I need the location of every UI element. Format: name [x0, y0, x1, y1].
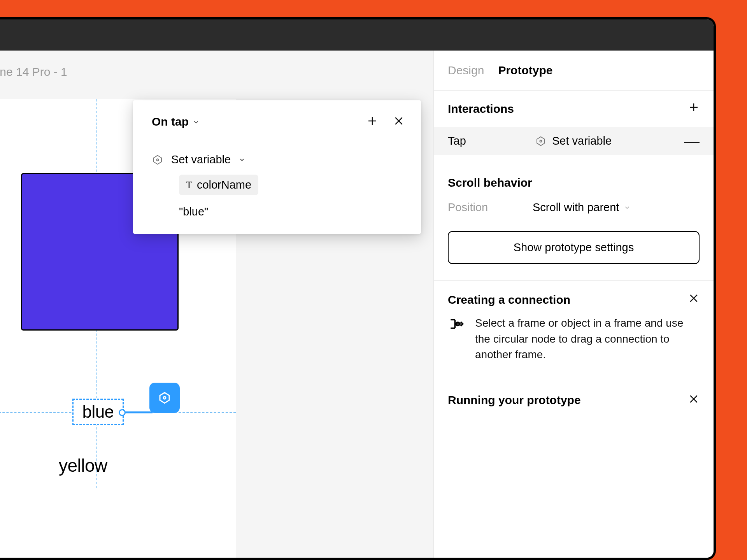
connection-help-icon [448, 315, 465, 363]
svg-marker-6 [154, 155, 161, 164]
svg-marker-10 [537, 136, 545, 145]
add-interaction-button[interactable] [688, 102, 700, 116]
help-title-connection: Creating a connection [448, 293, 570, 306]
scroll-position-value: Scroll with parent [533, 201, 619, 214]
right-panel: Design Prototype Interactions Tap Set va… [433, 51, 714, 558]
variable-name: colorName [197, 178, 251, 191]
svg-point-7 [157, 159, 159, 161]
action-type-label: Set variable [171, 153, 231, 166]
selected-text-node[interactable]: blue [72, 399, 124, 425]
interaction-popover: On tap [133, 100, 421, 234]
connection-line [125, 411, 153, 413]
interaction-trigger: Tap [448, 135, 530, 147]
help-body-connection: Select a frame or object in a frame and … [475, 315, 700, 363]
scroll-position-label: Position [448, 201, 526, 214]
interactions-heading-row: Interactions [434, 91, 714, 127]
interaction-action: Set variable [552, 135, 679, 147]
tab-prototype[interactable]: Prototype [498, 64, 552, 77]
hexagon-icon [152, 154, 163, 166]
close-help-running[interactable] [688, 393, 700, 408]
text-layer-yellow[interactable]: yellow [59, 455, 107, 476]
variable-node[interactable] [149, 383, 180, 413]
svg-marker-0 [160, 393, 169, 403]
svg-point-1 [163, 397, 166, 399]
text-layer-blue: blue [82, 402, 114, 422]
connection-handle[interactable] [119, 409, 126, 416]
text-type-icon: T [186, 179, 192, 191]
tab-design[interactable]: Design [448, 64, 484, 77]
chevron-down-icon[interactable] [238, 153, 245, 166]
scroll-heading: Scroll behavior [448, 176, 532, 189]
panel-tabs: Design Prototype [434, 51, 714, 90]
variable-chip[interactable]: T colorName [179, 175, 258, 195]
action-type-row[interactable]: Set variable [152, 153, 402, 166]
chevron-down-icon[interactable] [624, 201, 631, 214]
add-action-button[interactable] [363, 112, 382, 131]
canvas[interactable]: hone 14 Pro - 1 blue yellow On [0, 51, 433, 558]
hexagon-icon [535, 135, 547, 147]
svg-point-11 [540, 140, 542, 142]
scroll-position-row[interactable]: Position Scroll with parent [434, 193, 714, 222]
scroll-heading-row: Scroll behavior [434, 165, 714, 193]
close-popover-button[interactable] [389, 112, 409, 131]
variable-value[interactable]: "blue" [179, 205, 402, 218]
titlebar [0, 19, 714, 51]
chevron-down-icon[interactable] [193, 115, 200, 128]
interactions-heading: Interactions [448, 102, 514, 116]
help-title-running: Running your prototype [448, 394, 581, 407]
frame-label[interactable]: hone 14 Pro - 1 [0, 65, 67, 79]
popover-trigger-label[interactable]: On tap [152, 115, 189, 128]
interaction-row[interactable]: Tap Set variable — [434, 127, 714, 155]
close-help-connection[interactable] [688, 292, 700, 307]
app-window: hone 14 Pro - 1 blue yellow On [0, 17, 716, 560]
show-prototype-settings-button[interactable]: Show prototype settings [448, 231, 700, 264]
